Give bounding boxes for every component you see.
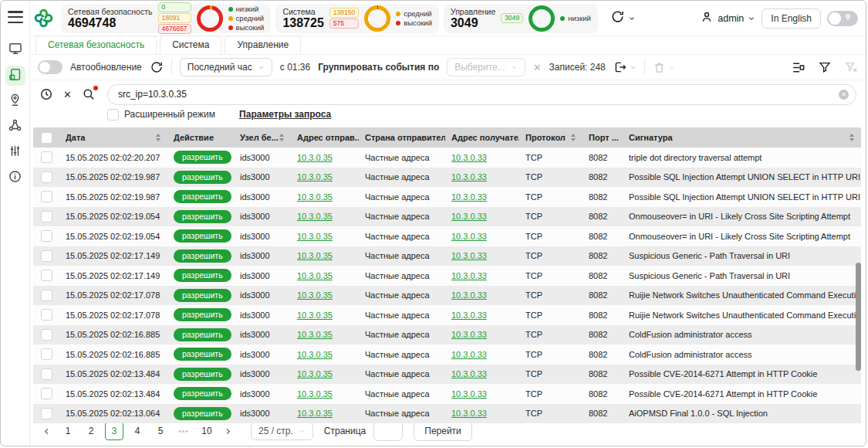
page-button-5[interactable]: 5 <box>151 422 170 440</box>
src-ip-link[interactable]: 10.3.0.35 <box>297 290 333 300</box>
table-row[interactable]: 15.05.2025 02:02:20.207разрешитьids30001… <box>33 148 861 168</box>
table-row[interactable]: 15.05.2025 02:02:13.484разрешитьids30001… <box>33 384 861 404</box>
dst-ip-link[interactable]: 10.3.0.33 <box>451 409 487 418</box>
row-checkbox[interactable] <box>41 348 52 360</box>
row-checkbox[interactable] <box>41 211 52 222</box>
column-header[interactable]: Страна отправителя <box>359 127 445 148</box>
row-checkbox[interactable] <box>41 290 52 301</box>
tab-management[interactable]: Управление <box>225 36 301 54</box>
src-ip-link[interactable]: 10.3.0.35 <box>297 409 333 418</box>
row-checkbox[interactable] <box>41 388 52 399</box>
page-button-3[interactable]: 3 <box>105 422 123 440</box>
row-checkbox[interactable] <box>41 151 52 163</box>
page-button-1[interactable]: 1 <box>59 422 77 440</box>
select-all-checkbox[interactable] <box>41 132 52 144</box>
row-checkbox[interactable] <box>41 230 52 242</box>
dst-ip-link[interactable]: 10.3.0.33 <box>451 350 487 359</box>
src-ip-link[interactable]: 10.3.0.35 <box>297 389 333 399</box>
row-checkbox[interactable] <box>41 408 52 419</box>
src-ip-link[interactable]: 10.3.0.35 <box>297 369 333 378</box>
column-header[interactable]: Сигнатура <box>623 127 861 148</box>
src-ip-link[interactable]: 10.3.0.35 <box>297 271 333 280</box>
dst-ip-link[interactable]: 10.3.0.33 <box>451 172 487 182</box>
query-history-button[interactable] <box>39 87 53 101</box>
column-header[interactable]: Узел бе... <box>234 127 291 148</box>
column-settings-button[interactable] <box>791 60 806 75</box>
src-ip-link[interactable]: 10.3.0.35 <box>297 350 333 359</box>
page-jump-input[interactable] <box>373 421 403 441</box>
dst-ip-link[interactable]: 10.3.0.33 <box>451 369 487 378</box>
column-header[interactable]: Дата <box>59 127 167 148</box>
row-checkbox[interactable] <box>41 270 52 281</box>
src-ip-link[interactable]: 10.3.0.35 <box>297 212 333 221</box>
sidebar-item-dashboard[interactable] <box>5 40 25 60</box>
app-logo[interactable] <box>33 8 55 29</box>
table-row[interactable]: 15.05.2025 02:02:13.484разрешитьids30001… <box>33 365 861 385</box>
table-row[interactable]: 15.05.2025 02:02:17.078разрешитьids30001… <box>33 305 861 325</box>
src-ip-link[interactable]: 10.3.0.35 <box>297 172 333 182</box>
autorefresh-toggle[interactable] <box>38 60 62 74</box>
query-params-link[interactable]: Параметры запроса <box>239 109 331 120</box>
dst-ip-link[interactable]: 10.3.0.33 <box>451 330 487 339</box>
dst-ip-link[interactable]: 10.3.0.33 <box>451 271 487 280</box>
user-menu[interactable]: admin <box>700 10 755 27</box>
input-clear-icon[interactable]: ✕ <box>839 90 849 100</box>
page-button-10[interactable]: 10 <box>198 422 216 440</box>
sidebar-item-topology[interactable] <box>5 117 25 137</box>
dst-ip-link[interactable]: 10.3.0.33 <box>451 192 487 202</box>
table-row[interactable]: 15.05.2025 02:02:17.149разрешитьids30001… <box>33 266 861 286</box>
clear-grouping-button[interactable]: ✕ <box>533 62 542 73</box>
sidebar-item-settings[interactable] <box>5 142 25 162</box>
page-button-2[interactable]: 2 <box>82 422 100 440</box>
column-header[interactable]: Адрес отправ... <box>291 127 359 148</box>
table-row[interactable]: 15.05.2025 02:02:16.885разрешитьids30001… <box>33 344 861 365</box>
sidebar-item-geo-map[interactable] <box>5 91 25 111</box>
table-row[interactable]: 15.05.2025 02:02:13.064разрешитьids30001… <box>33 404 861 424</box>
src-ip-link[interactable]: 10.3.0.35 <box>297 251 333 260</box>
row-checkbox[interactable] <box>41 368 52 380</box>
column-header[interactable]: Действие <box>167 127 234 148</box>
src-ip-link[interactable]: 10.3.0.35 <box>297 232 333 241</box>
run-search-button[interactable] <box>82 87 96 101</box>
vertical-scrollbar[interactable] <box>856 263 861 371</box>
dst-ip-link[interactable]: 10.3.0.33 <box>451 232 487 241</box>
group-by-select[interactable]: Выберите... <box>447 58 525 76</box>
src-ip-link[interactable]: 10.3.0.35 <box>297 192 333 202</box>
filter-button[interactable] <box>818 60 832 74</box>
column-header[interactable]: Адрес получате... <box>445 127 519 148</box>
dst-ip-link[interactable]: 10.3.0.33 <box>451 389 487 399</box>
dst-ip-link[interactable]: 10.3.0.33 <box>451 212 487 221</box>
tab-system[interactable]: Система <box>160 36 221 54</box>
row-checkbox[interactable] <box>41 329 52 341</box>
dst-ip-link[interactable]: 10.3.0.33 <box>451 251 487 260</box>
column-header[interactable]: Протокол <box>519 127 583 148</box>
src-ip-link[interactable]: 10.3.0.35 <box>297 153 333 162</box>
delete-button[interactable] <box>653 61 675 74</box>
advanced-mode-checkbox[interactable] <box>107 109 119 120</box>
table-row[interactable]: 15.05.2025 02:02:19.054разрешитьids30001… <box>33 226 861 246</box>
sidebar-item-events-journal[interactable] <box>5 66 25 86</box>
dst-ip-link[interactable]: 10.3.0.33 <box>451 311 487 320</box>
go-to-page-button[interactable]: Перейти <box>414 421 472 441</box>
menu-toggle-button[interactable] <box>8 11 23 23</box>
header-refresh-button[interactable] <box>610 9 636 27</box>
row-checkbox[interactable] <box>41 191 52 202</box>
table-row[interactable]: 15.05.2025 02:02:17.078разрешитьids30001… <box>33 286 861 306</box>
src-ip-link[interactable]: 10.3.0.35 <box>297 311 333 320</box>
language-switch-button[interactable]: In English <box>762 8 821 29</box>
export-button[interactable] <box>613 60 637 74</box>
src-ip-link[interactable]: 10.3.0.35 <box>297 330 333 339</box>
column-header[interactable]: Порт ... <box>583 127 623 148</box>
row-checkbox[interactable] <box>41 171 52 183</box>
row-checkbox[interactable] <box>41 250 52 262</box>
table-row[interactable]: 15.05.2025 02:02:17.149разрешитьids30001… <box>33 246 861 266</box>
geo-mode-toggle[interactable] <box>827 11 858 26</box>
prev-page-button[interactable] <box>39 427 54 436</box>
table-row[interactable]: 15.05.2025 02:02:19.987разрешитьids30001… <box>33 187 861 207</box>
table-row[interactable]: 15.05.2025 02:02:16.885разрешитьids30001… <box>33 325 861 345</box>
next-page-button[interactable] <box>221 427 235 436</box>
refresh-events-button[interactable] <box>150 60 164 74</box>
clear-query-button[interactable]: ✕ <box>63 89 72 100</box>
search-input[interactable] <box>107 84 856 105</box>
tab-network-security[interactable]: Сетевая безопасность <box>35 36 157 54</box>
